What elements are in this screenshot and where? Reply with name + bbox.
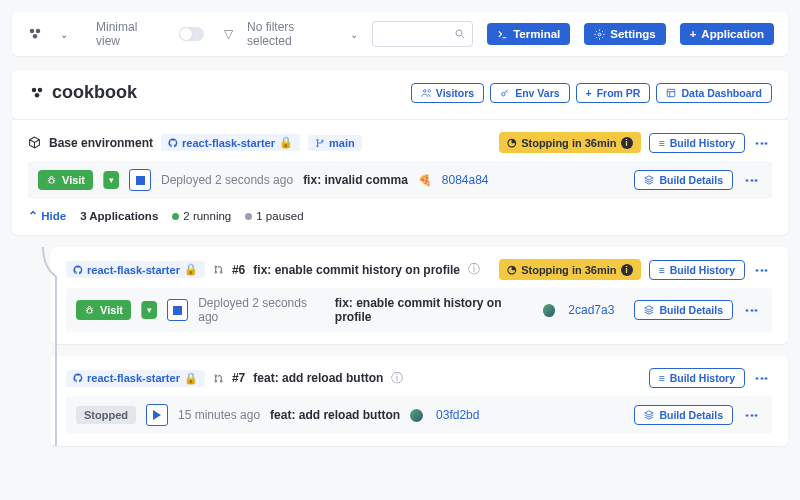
pr7-commit-hash[interactable]: 03fd2bd xyxy=(436,408,479,422)
svg-point-13 xyxy=(322,140,324,142)
no-filters-label: No filters selected xyxy=(247,20,334,48)
pr7-stopped-badge: Stopped xyxy=(76,406,136,424)
stop-button[interactable] xyxy=(129,169,151,191)
terminal-icon xyxy=(497,29,508,40)
svg-rect-10 xyxy=(668,89,676,97)
clock-icon: ◔ xyxy=(507,136,517,149)
svg-point-16 xyxy=(215,271,217,273)
stop-icon xyxy=(173,306,182,315)
plus-icon: + xyxy=(586,87,592,99)
layers-icon xyxy=(644,410,654,420)
pr6-number: #6 xyxy=(232,263,245,277)
gear-icon xyxy=(594,29,605,40)
pr6-stop-button[interactable] xyxy=(167,299,188,321)
topbar: ⌄ Minimal view ▽ No filters selected ⌄ T… xyxy=(12,12,788,56)
pr6-sub-menu[interactable]: ⋮ xyxy=(743,304,762,316)
repo-chip[interactable]: react-flask-starter🔒 xyxy=(161,134,300,151)
pr6-visit-caret[interactable]: ▾ xyxy=(141,301,157,319)
search-input[interactable] xyxy=(372,21,473,47)
svg-point-20 xyxy=(215,380,217,382)
list-icon: ≡ xyxy=(659,137,665,149)
filter-icon[interactable]: ▽ xyxy=(224,27,233,41)
dashboard-button[interactable]: Data Dashboard xyxy=(656,83,772,103)
pr7-build-history-button[interactable]: ≡Build History xyxy=(649,368,745,388)
stopping-badge: ◔Stopping in 36mini xyxy=(499,132,640,153)
pr7-panel: react-flask-starter🔒 #7 feat: add reload… xyxy=(50,356,788,446)
pr6-build-details-button[interactable]: Build Details xyxy=(634,300,733,320)
pr6-visit-button[interactable]: Visit xyxy=(76,300,131,320)
layers-icon xyxy=(644,175,654,185)
application-button[interactable]: +Application xyxy=(680,23,774,45)
frompr-button[interactable]: +From PR xyxy=(576,83,651,103)
pr7-repo-chip[interactable]: react-flask-starter🔒 xyxy=(66,370,205,387)
play-icon xyxy=(153,410,161,420)
build-history-button[interactable]: ≡Build History xyxy=(649,133,745,153)
base-sub-menu[interactable]: ⋮ xyxy=(743,174,762,186)
project-panel: cookbook Visitors Env Vars +From PR Data… xyxy=(12,70,788,119)
info-icon[interactable]: ⓘ xyxy=(468,261,480,278)
pr7-sub-menu[interactable]: ⋮ xyxy=(743,409,762,421)
github-icon xyxy=(73,373,83,383)
pr6-repo-chip[interactable]: react-flask-starter🔒 xyxy=(66,261,205,278)
info-icon[interactable]: ⓘ xyxy=(391,370,403,387)
branch-chip[interactable]: main xyxy=(308,135,362,151)
svg-point-12 xyxy=(317,145,319,147)
visit-caret[interactable]: ▾ xyxy=(103,171,119,189)
users-icon xyxy=(421,88,431,98)
bug-icon xyxy=(84,305,95,316)
svg-point-7 xyxy=(35,93,40,98)
paused-count: 1 paused xyxy=(245,210,303,222)
svg-point-0 xyxy=(30,29,35,34)
layers-icon xyxy=(644,305,654,315)
pr7-play-button[interactable] xyxy=(146,404,168,426)
filters-dropdown[interactable]: ⌄ xyxy=(350,29,358,40)
svg-point-5 xyxy=(32,87,37,92)
lock-icon: 🔒 xyxy=(184,372,198,385)
info-icon[interactable]: i xyxy=(621,137,633,149)
minimal-view-label: Minimal view xyxy=(96,20,159,48)
pr6-commit-hash[interactable]: 2cad7a3 xyxy=(568,303,614,317)
svg-point-21 xyxy=(220,380,222,382)
plus-icon: + xyxy=(690,28,697,40)
info-icon[interactable]: i xyxy=(621,264,633,276)
base-env-panel: Base environment react-flask-starter🔒 ma… xyxy=(12,119,788,235)
minimal-view-toggle[interactable] xyxy=(179,27,204,41)
deployed-time: Deployed 2 seconds ago xyxy=(161,173,293,187)
pr-icon xyxy=(213,373,224,384)
bug-icon xyxy=(46,175,57,186)
visit-button[interactable]: Visit xyxy=(38,170,93,190)
pr6-build-history-button[interactable]: ≡Build History xyxy=(649,260,745,280)
svg-point-15 xyxy=(215,266,217,268)
terminal-button[interactable]: Terminal xyxy=(487,23,570,45)
svg-point-19 xyxy=(215,374,217,376)
svg-point-9 xyxy=(502,92,505,95)
dashboard-icon xyxy=(666,88,676,98)
logo-icon xyxy=(26,25,44,43)
key-icon xyxy=(500,88,510,98)
avatar-icon xyxy=(410,409,423,422)
hide-toggle[interactable]: ⌃ Hide xyxy=(28,209,66,223)
branch-icon xyxy=(315,138,325,148)
pr7-menu[interactable]: ⋮ xyxy=(753,372,772,384)
svg-point-2 xyxy=(33,34,38,39)
pr7-commit-message: feat: add reload button xyxy=(270,408,400,422)
project-title: cookbook xyxy=(28,82,137,103)
visitors-button[interactable]: Visitors xyxy=(411,83,484,103)
github-icon xyxy=(168,138,178,148)
pr7-time: 15 minutes ago xyxy=(178,408,260,422)
envvars-button[interactable]: Env Vars xyxy=(490,83,569,103)
apps-count: 3 Applications xyxy=(80,210,158,222)
svg-point-6 xyxy=(38,87,43,92)
pr7-title: feat: add reload button xyxy=(253,371,383,385)
commit-hash[interactable]: 8084a84 xyxy=(442,173,489,187)
pr7-build-details-button[interactable]: Build Details xyxy=(634,405,733,425)
stop-icon xyxy=(136,176,145,185)
build-details-button[interactable]: Build Details xyxy=(634,170,733,190)
settings-button[interactable]: Settings xyxy=(584,23,665,45)
project-dropdown[interactable]: ⌄ xyxy=(60,29,68,40)
pr7-number: #7 xyxy=(232,371,245,385)
pr6-stopping-badge: ◔Stopping in 36mini xyxy=(499,259,640,280)
base-env-label: Base environment xyxy=(49,136,153,150)
pr6-menu[interactable]: ⋮ xyxy=(753,264,772,276)
base-menu[interactable]: ⋮ xyxy=(753,137,772,149)
